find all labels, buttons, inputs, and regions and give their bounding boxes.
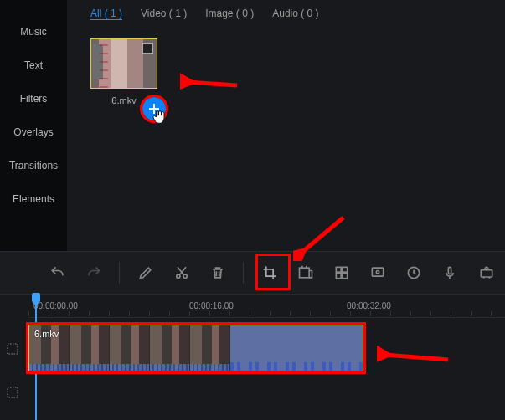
- svg-rect-10: [449, 267, 451, 274]
- svg-rect-6: [343, 274, 348, 279]
- media-tabs: All ( 1 ) Video ( 1 ) Image ( 0 ) Audio …: [90, 2, 505, 25]
- sidebar-item-transitions[interactable]: Transitions: [0, 149, 67, 182]
- select-checkbox-icon[interactable]: [142, 43, 153, 54]
- svg-point-0: [177, 274, 180, 278]
- ruler-mark: 00:00:16.00: [189, 301, 234, 310]
- sidebar-item-label: Music: [20, 26, 46, 38]
- sidebar-item-label: Filters: [20, 93, 48, 105]
- svg-rect-11: [481, 270, 492, 277]
- voiceover-icon[interactable]: [440, 262, 461, 284]
- timeline-clip[interactable]: 6.mkv: [28, 325, 363, 371]
- svg-rect-3: [336, 267, 341, 272]
- svg-point-8: [377, 271, 379, 274]
- sidebar-item-label: Text: [24, 59, 43, 71]
- svg-rect-13: [8, 344, 18, 354]
- svg-rect-4: [343, 267, 348, 272]
- edit-icon[interactable]: [135, 262, 156, 284]
- sidebar-item-label: Overlays: [13, 126, 53, 138]
- ruler-mark: 00:00:32.00: [347, 301, 391, 310]
- timeline-ruler[interactable]: 00:00:00.00 00:00:16.00 00:00:32.00: [28, 295, 505, 318]
- svg-rect-2: [300, 268, 310, 278]
- crop-icon[interactable]: [259, 262, 280, 284]
- camera-icon[interactable]: [476, 262, 497, 284]
- effects-icon[interactable]: [404, 262, 425, 284]
- cut-icon[interactable]: [171, 262, 192, 284]
- sidebar-item-overlays[interactable]: Overlays: [0, 115, 67, 149]
- tab-audio[interactable]: Audio ( 0 ): [272, 8, 318, 19]
- media-thumb-image: [90, 38, 157, 89]
- undo-icon[interactable]: [47, 262, 68, 284]
- svg-point-1: [183, 274, 187, 278]
- sidebar-item-filters[interactable]: Filters: [0, 82, 67, 115]
- tab-image[interactable]: Image ( 0 ): [205, 8, 254, 19]
- clip-filename: 6.mkv: [34, 329, 59, 339]
- separator: [119, 262, 120, 284]
- sidebar-item-music[interactable]: Music: [0, 15, 67, 49]
- green-screen-icon[interactable]: [368, 262, 389, 284]
- svg-rect-5: [336, 274, 341, 279]
- timeline-toolbar: [0, 251, 505, 295]
- audio-track-icon[interactable]: [3, 383, 22, 402]
- color-tuning-icon[interactable]: [332, 262, 353, 284]
- separator: [243, 262, 244, 284]
- timeline: 00:00:00.00 00:00:16.00 00:00:32.00 6.mk…: [0, 295, 505, 420]
- sidebar-item-label: Transitions: [9, 160, 58, 172]
- media-panel: All ( 1 ) Video ( 1 ) Image ( 0 ) Audio …: [67, 0, 505, 251]
- sidebar-item-elements[interactable]: Elements: [0, 182, 67, 216]
- tab-video[interactable]: Video ( 1 ): [141, 8, 187, 19]
- delete-icon[interactable]: [207, 262, 228, 284]
- sidebar: Music Text Filters Overlays Transitions …: [0, 0, 67, 251]
- media-thumb[interactable]: 6.mkv: [90, 38, 157, 105]
- redo-icon[interactable]: [83, 262, 104, 284]
- speed-icon[interactable]: [296, 262, 317, 284]
- add-to-timeline-button[interactable]: [142, 97, 166, 120]
- tab-all[interactable]: All ( 1 ): [90, 8, 122, 20]
- svg-rect-14: [8, 387, 18, 397]
- svg-rect-7: [373, 268, 384, 276]
- sidebar-item-label: Elements: [13, 193, 54, 205]
- video-track-icon[interactable]: [3, 340, 22, 358]
- sidebar-item-text[interactable]: Text: [0, 49, 67, 82]
